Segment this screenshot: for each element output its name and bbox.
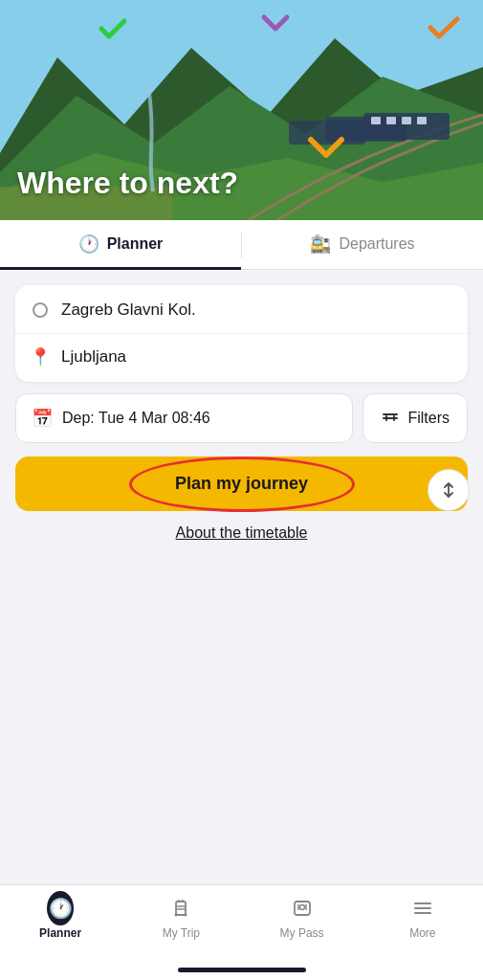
filters-label: Filters [407, 410, 450, 427]
tab-bar: 🕐 Planner 🚉 Departures [0, 220, 483, 270]
plan-journey-button[interactable]: Plan my journey [15, 457, 468, 511]
svg-rect-10 [402, 117, 411, 124]
svg-point-21 [175, 914, 178, 917]
filter-icon [381, 409, 400, 428]
timetable-link[interactable]: About the timetable [176, 524, 308, 541]
datetime-button[interactable]: 📅 Dep: Tue 4 Mar 08:46 [15, 393, 353, 443]
clock-icon: 🕐 [78, 234, 99, 255]
bottom-tab-my-trip[interactable]: My Trip [121, 895, 241, 940]
bottom-more-label: More [409, 926, 435, 940]
hero-title: Where to next? [17, 166, 238, 201]
bottom-planner-icon: 🕐 [47, 895, 74, 922]
bottom-more-icon [409, 895, 436, 922]
destination-input[interactable]: Ljubljana [61, 347, 452, 367]
bottom-my-trip-icon [167, 895, 194, 922]
bottom-nav-bar: 🕐 Planner My Trip [0, 884, 483, 980]
bottom-tab-more[interactable]: More [362, 895, 483, 940]
orange-check-badge [424, 8, 464, 48]
train-icon: 🚉 [310, 234, 331, 255]
controls-row: 📅 Dep: Tue 4 Mar 08:46 Filters [15, 393, 468, 443]
tab-departures[interactable]: 🚉 Departures [242, 220, 483, 269]
origin-input[interactable]: Zagreb Glavni Kol. [61, 301, 452, 320]
origin-icon [31, 301, 50, 320]
svg-rect-23 [295, 902, 310, 915]
svg-rect-11 [417, 117, 427, 124]
destination-icon: 📍 [31, 347, 50, 367]
bottom-planner-label: Planner [39, 926, 81, 940]
route-card: Zagreb Glavni Kol. 📍 Ljubljana [15, 285, 468, 382]
bottom-tab-planner[interactable]: 🕐 Planner [0, 895, 121, 940]
tab-planner-label: Planner [107, 235, 164, 253]
green-badge [96, 11, 130, 46]
home-indicator [178, 968, 306, 972]
tab-departures-label: Departures [339, 235, 414, 253]
bottom-my-pass-icon [289, 895, 316, 922]
bottom-tab-my-pass[interactable]: My Pass [242, 895, 362, 940]
svg-rect-9 [386, 117, 396, 124]
plan-journey-label: Plan my journey [175, 474, 308, 493]
orange-chevron-badge [303, 126, 349, 172]
bottom-my-pass-label: My Pass [280, 926, 324, 940]
bottom-my-trip-label: My Trip [163, 926, 200, 940]
main-content: Zagreb Glavni Kol. 📍 Ljubljana 📅 Dep: Tu… [0, 270, 483, 888]
content-area [15, 557, 468, 873]
filters-button[interactable]: Filters [362, 393, 468, 443]
timetable-link-container: About the timetable [15, 524, 468, 542]
hero-section: Where to next? [0, 0, 483, 220]
tab-planner[interactable]: 🕐 Planner [0, 220, 241, 269]
svg-rect-16 [176, 902, 186, 915]
svg-point-24 [299, 905, 304, 910]
datetime-label: Dep: Tue 4 Mar 08:46 [62, 410, 210, 427]
calendar-icon: 📅 [32, 408, 53, 429]
destination-row[interactable]: 📍 Ljubljana [15, 334, 468, 382]
origin-row[interactable]: Zagreb Glavni Kol. [15, 285, 468, 334]
svg-point-22 [185, 914, 187, 917]
purple-chevron-badge [258, 8, 293, 42]
svg-rect-8 [371, 117, 381, 124]
